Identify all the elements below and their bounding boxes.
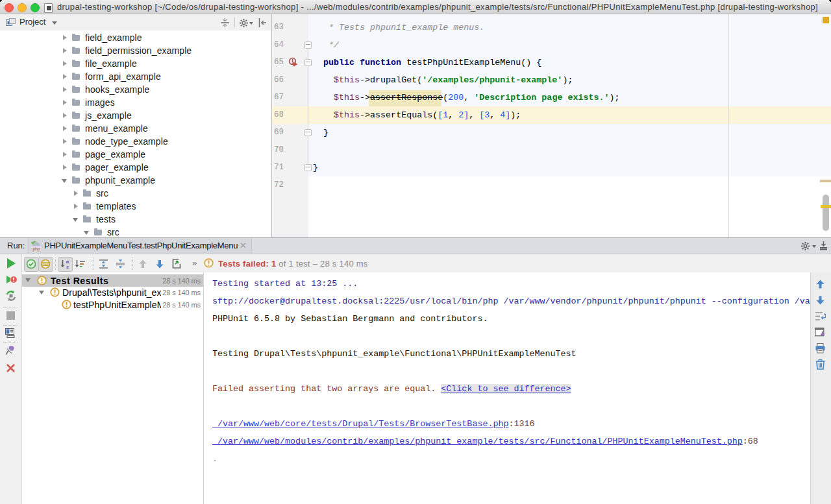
svg-text:z: z <box>66 264 69 269</box>
svg-text:php: php <box>32 246 40 252</box>
